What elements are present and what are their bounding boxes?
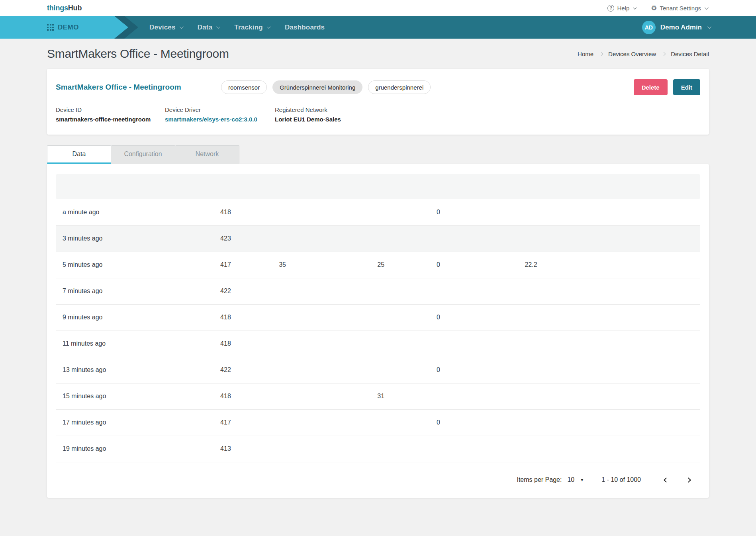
detail-tabs: Data Configuration Network <box>47 145 709 164</box>
nav-item-tracking[interactable]: Tracking <box>234 23 270 31</box>
help-icon: ? <box>607 5 614 12</box>
nav-item-dashboards[interactable]: Dashboards <box>285 23 325 31</box>
tab-data[interactable]: Data <box>47 145 111 164</box>
cell-value <box>437 331 525 357</box>
breadcrumb-home[interactable]: Home <box>578 51 593 57</box>
page-title: SmartMakers Office - Meetingroom <box>47 47 229 61</box>
cell-value <box>525 304 700 331</box>
logo-hub: Hub <box>68 4 82 12</box>
cell-value: 35 <box>279 252 377 278</box>
table-row[interactable]: 15 minutes ago 418 31 <box>56 383 700 409</box>
nav-item-label: Dashboards <box>285 23 325 31</box>
cell-value <box>377 436 437 462</box>
chevron-down-icon <box>216 25 220 29</box>
cell-value <box>437 278 525 304</box>
cell-value: 31 <box>377 383 437 409</box>
edit-button[interactable]: Edit <box>673 79 700 95</box>
cell-value <box>525 436 700 462</box>
cell-value <box>377 225 437 252</box>
nav-item-label: Devices <box>149 23 176 31</box>
field-label: Device ID <box>56 106 165 113</box>
delete-button[interactable]: Delete <box>634 79 668 95</box>
cell-value: 418 <box>220 199 279 225</box>
cell-value <box>279 278 377 304</box>
cell-value <box>377 357 437 383</box>
cell-value: 418 <box>220 331 279 357</box>
cell-time: 13 minutes ago <box>56 357 220 383</box>
cell-time: a minute ago <box>56 199 220 225</box>
table-row[interactable]: 13 minutes ago 422 0 <box>56 357 700 383</box>
chevron-down-icon <box>267 25 271 29</box>
cell-value: 0 <box>437 304 525 331</box>
user-name: Demo Admin <box>660 23 702 31</box>
avatar: AD <box>642 21 656 34</box>
table-row[interactable]: 19 minutes ago 413 <box>56 436 700 462</box>
field-device-id: Device ID smartmakers-office-meetingroom <box>56 106 165 123</box>
cell-value <box>437 436 525 462</box>
cell-value <box>279 436 377 462</box>
previous-page-button[interactable] <box>661 475 671 485</box>
cell-value: 423 <box>220 225 279 252</box>
cell-value <box>525 331 700 357</box>
help-label: Help <box>617 5 629 12</box>
cell-value <box>279 331 377 357</box>
cell-value <box>525 383 700 409</box>
nav-item-data[interactable]: Data <box>198 23 219 31</box>
chevron-down-icon <box>633 6 637 10</box>
table-row[interactable]: 17 minutes ago 417 0 <box>56 409 700 436</box>
cell-value: 0 <box>437 199 525 225</box>
table-row[interactable]: a minute ago 418 0 <box>56 199 700 225</box>
cell-value <box>525 357 700 383</box>
tab-network[interactable]: Network <box>175 145 239 164</box>
data-panel: a minute ago 418 0 3 minutes ago 423 5 m… <box>47 164 709 498</box>
cell-value: 25 <box>377 252 437 278</box>
nav-item-label: Tracking <box>234 23 263 31</box>
user-menu[interactable]: AD Demo Admin <box>642 21 710 34</box>
cell-value: 418 <box>220 304 279 331</box>
field-label: Registered Network <box>275 106 341 113</box>
cell-time: 19 minutes ago <box>56 436 220 462</box>
cell-value: 0 <box>437 252 525 278</box>
device-tags: roomsensor Gründerspinnerei Monitoring g… <box>221 80 431 94</box>
breadcrumb-devices-overview[interactable]: Devices Overview <box>608 51 656 57</box>
cell-value <box>279 225 377 252</box>
cell-value <box>377 409 437 436</box>
table-row[interactable]: 5 minutes ago 417 35 25 0 22.2 <box>56 252 700 278</box>
cell-value: 418 <box>220 383 279 409</box>
tenant-settings-menu[interactable]: ⚙ Tenant Settings <box>651 5 707 12</box>
cell-value <box>525 199 700 225</box>
tenant-switcher[interactable]: DEMO <box>0 16 128 39</box>
nav-item-devices[interactable]: Devices <box>149 23 182 31</box>
tag-roomsensor[interactable]: roomsensor <box>221 80 267 94</box>
cell-value <box>377 199 437 225</box>
help-menu[interactable]: ? Help <box>607 5 636 12</box>
cell-time: 5 minutes ago <box>56 252 220 278</box>
items-per-page-value: 10 <box>567 476 574 483</box>
table-header <box>56 174 700 199</box>
items-per-page-select[interactable]: 10 ▾ <box>567 476 583 483</box>
breadcrumb-separator-icon <box>599 52 603 56</box>
cell-value <box>279 304 377 331</box>
nav-item-label: Data <box>198 23 213 31</box>
main-navbar: DEMO Devices Data Tracking Dashboards AD… <box>0 16 756 39</box>
thingshub-logo[interactable]: thingsHub <box>47 4 82 12</box>
gear-icon: ⚙ <box>651 5 657 12</box>
tenant-name: DEMO <box>58 23 79 31</box>
table-row[interactable]: 3 minutes ago 423 <box>56 225 700 252</box>
table-row[interactable]: 7 minutes ago 422 <box>56 278 700 304</box>
tag-gruenderspinnerei[interactable]: gruenderspinnerei <box>368 80 431 94</box>
cell-value: 0 <box>437 409 525 436</box>
cell-value: 422 <box>220 357 279 383</box>
logo-things: things <box>47 4 68 12</box>
table-row[interactable]: 9 minutes ago 418 0 <box>56 304 700 331</box>
cell-value: 422 <box>220 278 279 304</box>
table-row[interactable]: 11 minutes ago 418 <box>56 331 700 357</box>
tag-gruenderspinnerei-monitoring[interactable]: Gründerspinnerei Monitoring <box>272 80 362 94</box>
next-page-button[interactable] <box>683 475 693 485</box>
cell-value <box>437 225 525 252</box>
breadcrumb-separator-icon <box>662 52 666 56</box>
tab-configuration[interactable]: Configuration <box>111 145 175 164</box>
field-device-driver: Device Driver smartmakers/elsys-ers-co2:… <box>165 106 275 123</box>
cell-value <box>525 409 700 436</box>
device-driver-link[interactable]: smartmakers/elsys-ers-co2:3.0.0 <box>165 116 275 123</box>
